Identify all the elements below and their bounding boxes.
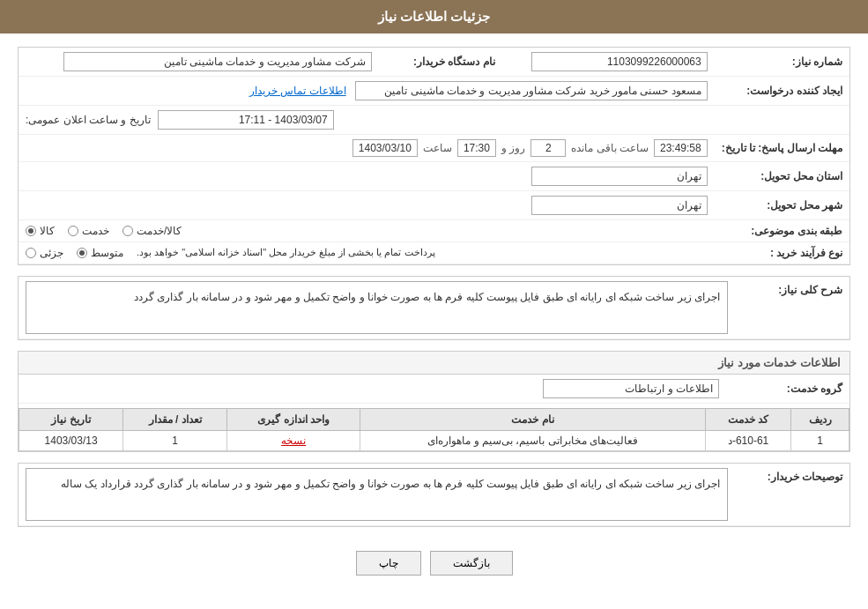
services-table: ردیف کد خدمت نام خدمت واحد اندازه گیری ت… xyxy=(19,408,849,451)
category-row: طبقه بندی موضوعی: کالا/خدمت خدمت xyxy=(19,220,849,242)
buyer-org-input: شرکت مشاور مدیریت و خدمات ماشینی تامین xyxy=(63,52,372,71)
table-row: 1 610-61-د فعالیت‌های مخابراتی باسیم، بی… xyxy=(19,431,849,451)
city-value-cell: تهران xyxy=(19,191,715,220)
need-number-value: 1103099226000063 xyxy=(502,48,715,77)
service-group-value: اطلاعات و ارتباطات xyxy=(543,379,719,398)
purchase-type-row: نوع فرآیند خرید : پرداخت تمام یا بخشی از… xyxy=(19,242,849,264)
countdown-row: 23:49:58 ساعت باقی مانده 2 روز و 17:30 س… xyxy=(26,139,708,157)
buyer-description-table: توصیحات خریدار: اجرای زیر ساخت شبکه ای ر… xyxy=(19,464,849,526)
response-deadline-row: مهلت ارسال پاسخ: تا تاریخ: 23:49:58 ساعت… xyxy=(19,135,849,162)
col-unit: واحد اندازه گیری xyxy=(227,409,360,431)
cell-unit: نسخه xyxy=(227,431,360,451)
purchase-medium-label: متوسط xyxy=(91,247,123,259)
category-goods-label: کالا xyxy=(40,225,55,237)
category-goods-service-radio[interactable] xyxy=(122,226,133,236)
creator-row: ایجاد کننده درخواست: مسعود حسنی مامور خر… xyxy=(19,77,849,106)
cell-service-code: 610-61-د xyxy=(706,431,791,451)
purchase-type-label: نوع فرآیند خرید : xyxy=(715,242,849,264)
category-service-radio[interactable] xyxy=(68,226,78,236)
category-goods-service-label: کالا/خدمت xyxy=(137,225,182,237)
need-desc-label: شرح کلی نیاز: xyxy=(735,277,849,339)
services-table-head: ردیف کد خدمت نام خدمت واحد اندازه گیری ت… xyxy=(19,409,849,431)
announce-label xyxy=(715,106,849,135)
main-info-section: شماره نیاز: 1103099226000063 نام دستگاه … xyxy=(18,47,850,265)
page-title: جزئیات اطلاعات نیاز xyxy=(0,0,868,33)
countdown-value: 23:49:58 xyxy=(654,139,708,157)
col-row-num: ردیف xyxy=(791,409,849,431)
days-value: 2 xyxy=(530,139,566,157)
province-value-cell: تهران xyxy=(19,162,715,191)
date-value: 1403/03/10 xyxy=(352,139,418,157)
col-service-name: نام خدمت xyxy=(360,409,706,431)
print-button[interactable]: چاپ xyxy=(356,551,421,576)
category-service-label: خدمت xyxy=(82,225,109,237)
purchase-type-small: جزئی xyxy=(26,247,63,259)
service-group-table: گروه خدمت: اطلاعات و ارتباطات xyxy=(19,375,849,404)
purchase-medium-radio[interactable] xyxy=(77,248,87,258)
announce-value: 1403/03/07 - 17:11 xyxy=(158,110,334,130)
days-label: روز و xyxy=(501,142,525,154)
cell-row-num: 1 xyxy=(791,431,849,451)
buyer-org-label: نام دستگاه خریدار: xyxy=(379,48,502,77)
province-label: استان محل تحویل: xyxy=(715,162,849,191)
process-type-group: پرداخت تمام یا بخشی از مبلغ خریدار محل "… xyxy=(26,247,708,259)
category-goods-radio[interactable] xyxy=(26,226,36,236)
page-wrapper: جزئیات اطلاعات نیاز شماره نیاز: 11030992… xyxy=(0,0,868,609)
services-section-title: اطلاعات خدمات مورد نیاز xyxy=(19,352,849,375)
creator-label: ایجاد کننده درخواست: xyxy=(715,77,849,106)
time-label: ساعت xyxy=(423,142,452,154)
back-button[interactable]: بازگشت xyxy=(430,551,513,576)
need-number-label: شماره نیاز: xyxy=(715,48,849,77)
buyer-org-value: شرکت مشاور مدیریت و خدمات ماشینی تامین xyxy=(19,48,379,77)
button-row: بازگشت چاپ xyxy=(18,538,850,589)
category-option-service: خدمت xyxy=(68,225,109,237)
col-service-code: کد خدمت xyxy=(706,409,791,431)
need-description-section: شرح کلی نیاز: اجرای زیر ساخت شبکه ای رای… xyxy=(18,276,850,340)
purchase-small-radio[interactable] xyxy=(26,248,36,258)
creator-value-cell: مسعود حسنی مامور خرید شرکت مشاور مدیریت … xyxy=(19,77,715,106)
services-header-row: ردیف کد خدمت نام خدمت واحد اندازه گیری ت… xyxy=(19,409,849,431)
announce-row: 1403/03/07 - 17:11 تاریخ و ساعت اعلان عم… xyxy=(19,106,849,135)
buyer-desc-value-cell: اجرای زیر ساخت شبکه ای رایانه ای طبق فای… xyxy=(19,464,735,526)
category-label: طبقه بندی موضوعی: xyxy=(715,220,849,242)
buyer-desc-label: توصیحات خریدار: xyxy=(735,464,849,526)
response-deadline-label: مهلت ارسال پاسخ: تا تاریخ: xyxy=(715,135,849,162)
need-number-row: شماره نیاز: 1103099226000063 نام دستگاه … xyxy=(19,48,849,77)
purchase-type-medium: متوسط xyxy=(77,247,123,259)
time-value: 17:30 xyxy=(457,139,496,157)
service-group-label: گروه خدمت: xyxy=(726,375,849,404)
need-description-value: اجرای زیر ساخت شبکه ای رایانه ای طبق فای… xyxy=(26,281,728,334)
city-value: تهران xyxy=(531,196,708,215)
main-content: شماره نیاز: 1103099226000063 نام دستگاه … xyxy=(0,33,868,602)
buyer-desc-row: توصیحات خریدار: اجرای زیر ساخت شبکه ای ر… xyxy=(19,464,849,526)
services-table-body: 1 610-61-د فعالیت‌های مخابراتی باسیم، بی… xyxy=(19,431,849,451)
creator-contact-link[interactable]: اطلاعات تماس خریدار xyxy=(249,85,346,97)
purchase-type-cell: پرداخت تمام یا بخشی از مبلغ خریدار محل "… xyxy=(19,242,715,264)
services-section: اطلاعات خدمات مورد نیاز گروه خدمت: اطلاع… xyxy=(18,351,850,452)
buyer-description-section: توصیحات خریدار: اجرای زیر ساخت شبکه ای ر… xyxy=(18,463,850,527)
cell-date: 1403/03/13 xyxy=(19,431,123,451)
announce-label-text: تاریخ و ساعت اعلان عمومی: xyxy=(26,114,151,126)
announce-date-row: 1403/03/07 - 17:11 تاریخ و ساعت اعلان عم… xyxy=(26,110,708,130)
province-row: استان محل تحویل: تهران xyxy=(19,162,849,191)
countdown-label: ساعت باقی مانده xyxy=(571,142,649,154)
need-desc-row: شرح کلی نیاز: اجرای زیر ساخت شبکه ای رای… xyxy=(19,277,849,339)
category-option-goods-service: کالا/خدمت xyxy=(122,225,182,237)
category-value-cell: کالا/خدمت خدمت کالا xyxy=(19,220,715,242)
city-row: شهر محل تحویل: تهران xyxy=(19,191,849,220)
purchase-small-label: جزئی xyxy=(40,247,63,259)
need-desc-value-cell: اجرای زیر ساخت شبکه ای رایانه ای طبق فای… xyxy=(19,277,735,339)
need-description-table: شرح کلی نیاز: اجرای زیر ساخت شبکه ای رای… xyxy=(19,277,849,339)
col-date: تاریخ نیاز xyxy=(19,409,123,431)
response-deadline-cell: 23:49:58 ساعت باقی مانده 2 روز و 17:30 س… xyxy=(19,135,715,162)
creator-value: مسعود حسنی مامور خرید شرکت مشاور مدیریت … xyxy=(355,81,708,100)
col-quantity: تعداد / مقدار xyxy=(123,409,227,431)
province-value: تهران xyxy=(531,167,708,186)
category-radio-group: کالا/خدمت خدمت کالا xyxy=(26,225,708,237)
buyer-description-value: اجرای زیر ساخت شبکه ای رایانه ای طبق فای… xyxy=(26,468,728,521)
cell-quantity: 1 xyxy=(123,431,227,451)
process-note-text: پرداخت تمام یا بخشی از مبلغ خریدار محل "… xyxy=(137,247,435,258)
form-table: شماره نیاز: 1103099226000063 نام دستگاه … xyxy=(19,48,849,264)
need-number-input: 1103099226000063 xyxy=(531,52,708,71)
announce-value-cell: 1403/03/07 - 17:11 تاریخ و ساعت اعلان عم… xyxy=(19,106,715,135)
